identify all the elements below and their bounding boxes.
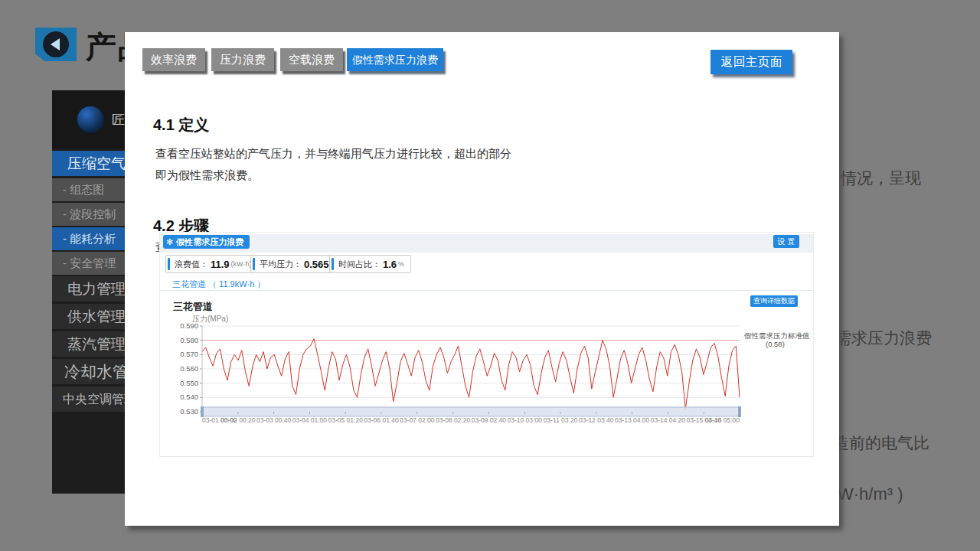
sidebar-header: 匠 [52,90,126,148]
company-logo-icon [77,106,104,133]
svg-text:0.590: 0.590 [180,321,198,330]
stat-unit: % [398,260,404,268]
definition-heading: 4.1 定义 [153,115,209,135]
sidebar-item[interactable]: 冷却水管理 [52,359,126,384]
svg-text:03-13 04:00: 03-13 04:00 [615,416,650,424]
svg-text:(0.58): (0.58) [766,340,785,348]
tab-false-demand-pressure-waste[interactable]: 假性需求压力浪费 [347,48,443,71]
svg-text:03-08 02:20: 03-08 02:20 [436,416,471,424]
sidebar-item[interactable]: - 组态图 [52,178,126,201]
pressure-line-chart: 三花管道压力(MPa)0.5900.5800.5700.5600.5500.54… [160,300,813,435]
tab-noload-waste[interactable]: 空载浪费 [280,48,343,71]
definition-text-line2: 即为假性需求浪费。 [155,168,259,183]
sidebar: 匠 压缩空气- 组态图- 波段控制- 能耗分析- 安全管理电力管理供水管理蒸汽管… [52,90,126,494]
sidebar-item[interactable]: 供水管理 [52,304,126,329]
stat-unit: (kW·h) [231,260,252,268]
bg-text-fragment: W·h/m³ ) [838,484,903,504]
svg-text:假性需求压力标准值: 假性需求压力标准值 [744,331,810,340]
stat-value: 0.565 [304,259,329,270]
back-button[interactable] [35,28,77,61]
stat-label: 平均压力： [260,259,302,270]
svg-text:0.580: 0.580 [180,336,198,344]
svg-text:03-14 04:20: 03-14 04:20 [651,416,686,424]
sidebar-item[interactable]: 蒸汽管理 [52,331,126,357]
tab-sanhua-pipe[interactable]: 三花管道 （ 11.9kW·h ） [172,279,265,290]
stat-label: 浪费值： [175,259,208,270]
stat-accent-bar [332,258,334,270]
tab-pressure-waste[interactable]: 压力浪费 [211,48,274,71]
company-name: 匠 [112,111,125,129]
svg-text:03-02 00:20: 03-02 00:20 [220,416,256,424]
stat-accent-bar [253,258,255,270]
dashboard-title: 假性需求压力浪费 [176,235,243,249]
stat-label: 时间占比： [338,259,381,270]
bg-text-fragment: 情况，呈现 [841,168,921,189]
definition-text-line1: 查看空压站整站的产气压力，并与终端用气压力进行比较，超出的部分 [155,147,511,161]
svg-text:03-05 01:20: 03-05 01:20 [328,416,364,424]
content-modal: 效率浪费 压力浪费 空载浪费 假性需求压力浪费 返回主页面 4.1 定义 查看空… [125,32,839,526]
svg-text:03-11 03:20: 03-11 03:20 [544,416,578,424]
svg-text:0.560: 0.560 [180,364,198,373]
sidebar-item[interactable]: - 安全管理 [52,252,126,275]
svg-text:03-10 03:00: 03-10 03:00 [508,416,543,424]
back-arrow-icon [43,31,69,57]
sidebar-item[interactable]: 压缩空气 [52,151,126,176]
dashboard-header-bar [160,234,813,253]
svg-text:0.530: 0.530 [180,407,198,416]
tab-efficiency-waste[interactable]: 效率浪费 [142,48,205,71]
svg-text:03-06 01:40: 03-06 01:40 [364,416,399,424]
stat-time-ratio: 时间占比： 1.6 % [329,255,411,273]
bg-text-fragment: 造前的电气比 [833,432,929,454]
svg-text:03-09 02:40: 03-09 02:40 [472,416,507,424]
bg-text-fragment: 需求压力浪费 [835,328,932,349]
sidebar-item[interactable]: - 波段控制 [52,203,126,226]
sidebar-item[interactable]: - 能耗分析 [52,227,126,250]
sidebar-item[interactable]: 电力管理 [52,276,126,302]
svg-text:03-16 05:00: 03-16 05:00 [705,416,740,424]
sidebar-item[interactable]: 中央空调管理 [52,386,126,412]
svg-text:0.550: 0.550 [180,379,198,387]
svg-text:03-03 00:40: 03-03 00:40 [256,416,292,424]
svg-text:0.570: 0.570 [180,350,198,358]
svg-text:0.540: 0.540 [180,393,198,401]
settings-button[interactable]: 设 置 [773,235,799,248]
svg-text:三花管道: 三花管道 [173,301,213,312]
svg-text:03-12 03:40: 03-12 03:40 [579,416,614,424]
stat-waste-value: 浪费值： 11.9 (kW·h) [165,255,259,273]
stat-accent-bar [168,258,170,270]
compressor-icon: ✻ [166,235,173,249]
dashboard-title-badge: ✻ 假性需求压力浪费 [163,235,250,249]
return-home-button[interactable]: 返回主页面 [710,50,792,74]
stat-value: 1.6 [383,259,397,270]
svg-text:03-04 01:00: 03-04 01:00 [292,416,328,424]
dashboard-screenshot: ✻ 假性需求压力浪费 设 置 浪费值： 11.9 (kW·h) 平均压力： 0.… [159,232,814,457]
stat-value: 11.9 [211,259,230,270]
svg-text:03-07 02:00: 03-07 02:00 [400,416,435,424]
pipe-tab-bar: 三花管道 （ 11.9kW·h ） [160,279,813,291]
